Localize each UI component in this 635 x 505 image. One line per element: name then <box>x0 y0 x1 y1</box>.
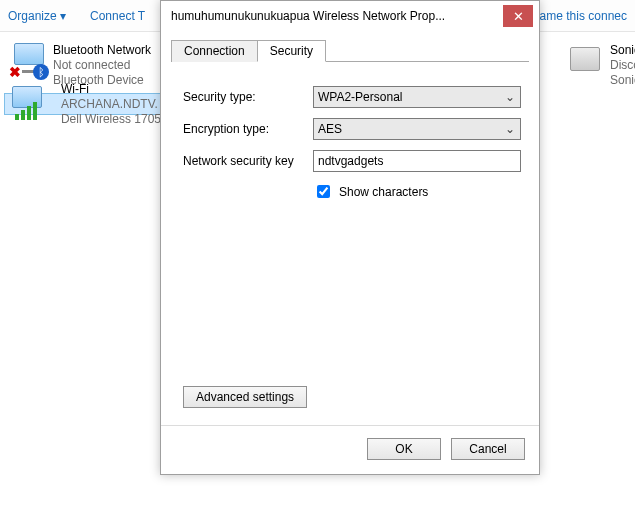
network-title: Wi-Fi <box>61 82 161 97</box>
titlebar: humuhumunukunukuapua Wireless Network Pr… <box>161 1 539 31</box>
advanced-settings-button[interactable]: Advanced settings <box>183 386 307 408</box>
chevron-down-icon: ⌄ <box>502 90 518 104</box>
network-device: SonicWALL I <box>610 73 635 88</box>
chevron-down-icon: ⌄ <box>502 122 518 136</box>
security-type-label: Security type: <box>183 90 313 104</box>
network-status: ARCHANA.NDTV. <box>61 97 161 112</box>
vpn-adapter-icon <box>568 43 604 79</box>
organize-menu[interactable]: Organize ▾ <box>8 9 66 23</box>
connect-to-menu[interactable]: Connect T <box>90 9 145 23</box>
network-title: SonicWALL I <box>610 43 635 58</box>
rename-connection-menu[interactable]: hame this connec <box>533 9 627 23</box>
show-characters-label: Show characters <box>339 185 428 199</box>
close-icon: ✕ <box>513 9 524 24</box>
dialog-title: humuhumunukunukuapua Wireless Network Pr… <box>171 9 503 23</box>
close-button[interactable]: ✕ <box>503 5 533 27</box>
wireless-properties-dialog: humuhumunukunukuapua Wireless Network Pr… <box>160 0 540 475</box>
divider <box>161 425 539 426</box>
network-key-input[interactable] <box>313 150 521 172</box>
encryption-type-label: Encryption type: <box>183 122 313 136</box>
encryption-type-select[interactable]: AES ⌄ <box>313 118 521 140</box>
network-key-label: Network security key <box>183 154 313 168</box>
cancel-button[interactable]: Cancel <box>451 438 525 460</box>
security-type-select[interactable]: WPA2-Personal ⌄ <box>313 86 521 108</box>
network-status: Disconnecte <box>610 58 635 73</box>
tab-security[interactable]: Security <box>257 40 326 62</box>
show-characters-checkbox[interactable] <box>317 185 330 198</box>
network-device: Dell Wireless 1705 <box>61 112 161 127</box>
network-title: Bluetooth Network <box>53 43 151 58</box>
ok-button[interactable]: OK <box>367 438 441 460</box>
security-tab-body: Security type: WPA2-Personal ⌄ Encryptio… <box>161 62 539 211</box>
network-status: Not connected <box>53 58 151 73</box>
bluetooth-adapter-icon: ✖ᛒ <box>11 43 47 79</box>
encryption-type-value: AES <box>318 122 342 136</box>
security-type-value: WPA2-Personal <box>318 90 402 104</box>
tab-connection[interactable]: Connection <box>171 40 258 62</box>
tab-strip: Connection Security <box>171 39 529 62</box>
network-item-wifi[interactable]: Wi-Fi ARCHANA.NDTV. Dell Wireless 1705 <box>4 93 164 115</box>
wifi-adapter-icon <box>9 86 45 122</box>
network-item-sonicwall[interactable]: SonicWALL I Disconnecte SonicWALL I <box>561 38 635 93</box>
